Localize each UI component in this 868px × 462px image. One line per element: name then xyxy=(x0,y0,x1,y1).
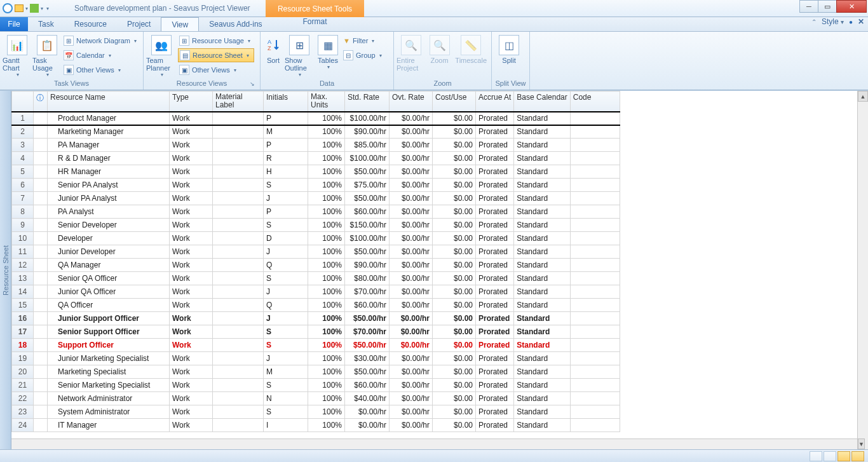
row-number[interactable]: 23 xyxy=(12,405,34,419)
cell-material[interactable] xyxy=(213,272,264,285)
col-header-type[interactable]: Type xyxy=(170,92,213,112)
table-row[interactable]: 18Support OfficerWorkS100%$50.00/hr$0.00… xyxy=(12,339,620,352)
scroll-up-icon[interactable]: ▲ xyxy=(858,91,868,102)
cell-material[interactable] xyxy=(213,192,264,205)
cell-info[interactable] xyxy=(34,325,48,339)
cell-name[interactable]: System Administrator xyxy=(48,405,170,419)
cell-max[interactable]: 100% xyxy=(308,179,345,192)
table-row[interactable]: 10DeveloperWorkD100%$100.00/hr$0.00/hr$0… xyxy=(12,232,620,245)
cell-initials[interactable]: S xyxy=(264,405,308,419)
table-row[interactable]: 8PA AnalystWorkP100%$60.00/hr$0.00/hr$0.… xyxy=(12,205,620,219)
cell-initials[interactable]: D xyxy=(264,232,308,245)
row-number[interactable]: 17 xyxy=(12,325,34,339)
cell-std[interactable]: $50.00/hr xyxy=(345,339,390,352)
cell-code[interactable] xyxy=(570,232,620,245)
cell-calendar[interactable]: Standard xyxy=(514,405,570,419)
cell-calendar[interactable]: Standard xyxy=(514,125,570,139)
table-row[interactable]: 7Junior PA AnalystWorkJ100%$50.00/hr$0.0… xyxy=(12,192,620,205)
cell-std[interactable]: $70.00/hr xyxy=(345,325,390,339)
cell-initials[interactable]: M xyxy=(264,365,308,379)
col-header-rownum[interactable] xyxy=(12,92,34,112)
cell-code[interactable] xyxy=(570,379,620,392)
cell-name[interactable]: Junior Marketing Specialist xyxy=(48,352,170,365)
row-number[interactable]: 8 xyxy=(12,205,34,219)
cell-std[interactable]: $80.00/hr xyxy=(345,272,390,285)
cell-code[interactable] xyxy=(570,152,620,165)
cell-material[interactable] xyxy=(213,285,264,299)
cell-ovt[interactable]: $0.00/hr xyxy=(390,419,433,432)
cell-std[interactable]: $0.00/hr xyxy=(345,419,390,432)
close-button[interactable]: ✕ xyxy=(836,0,867,13)
cell-info[interactable] xyxy=(34,245,48,259)
cell-initials[interactable]: P xyxy=(264,112,308,125)
cell-calendar[interactable]: Standard xyxy=(514,245,570,259)
cell-std[interactable]: $100.00/hr xyxy=(345,112,390,125)
cell-info[interactable] xyxy=(34,259,48,272)
cell-material[interactable] xyxy=(213,352,264,365)
cell-info[interactable] xyxy=(34,365,48,379)
cell-initials[interactable]: S xyxy=(264,272,308,285)
cell-ovt[interactable]: $0.00/hr xyxy=(390,139,433,152)
cell-calendar[interactable]: Standard xyxy=(514,352,570,365)
cell-initials[interactable]: J xyxy=(264,285,308,299)
cell-type[interactable]: Work xyxy=(170,165,213,179)
cell-std[interactable]: $30.00/hr xyxy=(345,352,390,365)
cell-type[interactable]: Work xyxy=(170,152,213,165)
cell-max[interactable]: 100% xyxy=(308,339,345,352)
cell-info[interactable] xyxy=(34,219,48,232)
cell-info[interactable] xyxy=(34,272,48,285)
group-button[interactable]: ⊟Group▾ xyxy=(342,48,386,62)
style-menu[interactable]: Style ▾ xyxy=(822,17,844,26)
cell-accrue[interactable]: Prorated xyxy=(476,299,514,312)
cell-info[interactable] xyxy=(34,339,48,352)
cell-accrue[interactable]: Prorated xyxy=(476,405,514,419)
view-sidebar[interactable]: Resource Sheet xyxy=(0,91,11,449)
cell-type[interactable]: Work xyxy=(170,299,213,312)
cell-cost[interactable]: $0.00 xyxy=(433,205,476,219)
cell-cost[interactable]: $0.00 xyxy=(433,339,476,352)
row-number[interactable]: 4 xyxy=(12,152,34,165)
cell-max[interactable]: 100% xyxy=(308,152,345,165)
cell-name[interactable]: Senior QA Officer xyxy=(48,272,170,285)
cell-name[interactable]: Marketing Specialist xyxy=(48,365,170,379)
cell-calendar[interactable]: Standard xyxy=(514,165,570,179)
cell-max[interactable]: 100% xyxy=(308,245,345,259)
cell-material[interactable] xyxy=(213,219,264,232)
cell-initials[interactable]: S xyxy=(264,339,308,352)
cell-code[interactable] xyxy=(570,219,620,232)
cell-max[interactable]: 100% xyxy=(308,205,345,219)
cell-ovt[interactable]: $0.00/hr xyxy=(390,392,433,405)
table-row[interactable]: 13Senior QA OfficerWorkS100%$80.00/hr$0.… xyxy=(12,272,620,285)
cell-initials[interactable]: S xyxy=(264,219,308,232)
cell-type[interactable]: Work xyxy=(170,312,213,325)
cell-accrue[interactable]: Prorated xyxy=(476,259,514,272)
cell-name[interactable]: Senior PA Analyst xyxy=(48,179,170,192)
cell-material[interactable] xyxy=(213,152,264,165)
row-number[interactable]: 14 xyxy=(12,285,34,299)
cell-calendar[interactable]: Standard xyxy=(514,179,570,192)
cell-info[interactable] xyxy=(34,379,48,392)
cell-material[interactable] xyxy=(213,125,264,139)
cell-code[interactable] xyxy=(570,392,620,405)
cell-type[interactable]: Work xyxy=(170,365,213,379)
cell-initials[interactable]: S xyxy=(264,379,308,392)
cell-cost[interactable]: $0.00 xyxy=(433,179,476,192)
cell-type[interactable]: Work xyxy=(170,379,213,392)
row-number[interactable]: 21 xyxy=(12,379,34,392)
cell-name[interactable]: HR Manager xyxy=(48,165,170,179)
cell-std[interactable]: $60.00/hr xyxy=(345,299,390,312)
cell-cost[interactable]: $0.00 xyxy=(433,419,476,432)
network-diagram-button[interactable]: ⊞Network Diagram▾ xyxy=(62,34,140,48)
row-number[interactable]: 11 xyxy=(12,245,34,259)
cell-name[interactable]: Junior Support Officer xyxy=(48,312,170,325)
cell-type[interactable]: Work xyxy=(170,192,213,205)
cell-ovt[interactable]: $0.00/hr xyxy=(390,232,433,245)
cell-max[interactable]: 100% xyxy=(308,285,345,299)
cell-initials[interactable]: J xyxy=(264,352,308,365)
task-usage-button[interactable]: 📋 Task Usage▾ xyxy=(32,34,61,78)
cell-info[interactable] xyxy=(34,232,48,245)
cell-initials[interactable]: Q xyxy=(264,259,308,272)
show-outline-button[interactable]: ⊞ Show Outline▾ xyxy=(285,34,314,78)
cell-initials[interactable]: M xyxy=(264,125,308,139)
cell-accrue[interactable]: Prorated xyxy=(476,232,514,245)
